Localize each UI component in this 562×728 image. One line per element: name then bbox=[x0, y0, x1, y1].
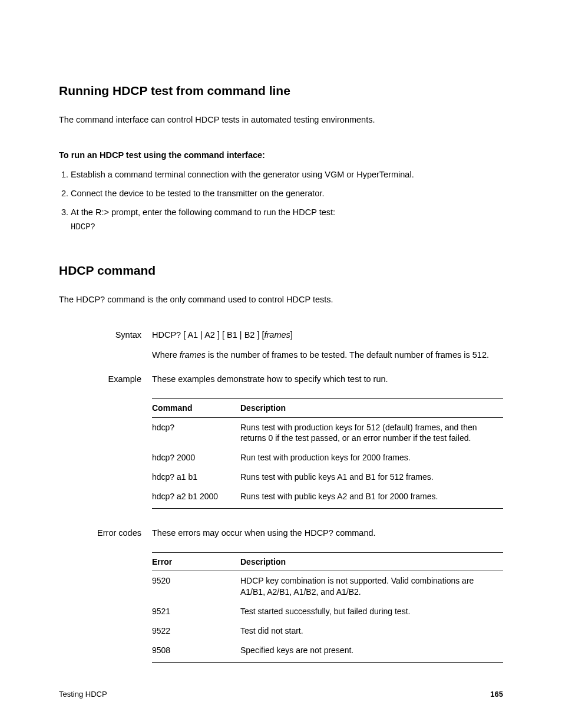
step-2: Connect the device to be tested to the t… bbox=[71, 188, 503, 200]
table-row: hdcp? 2000Run test with production keys … bbox=[152, 448, 503, 467]
cell-code: 9508 bbox=[152, 641, 240, 662]
errors-content: These errors may occur when using the HD… bbox=[152, 528, 503, 668]
step-1: Establish a command terminal connection … bbox=[71, 169, 503, 181]
errors-label: Error codes bbox=[59, 528, 152, 668]
cell-cmd: hdcp? a1 b1 bbox=[152, 467, 240, 487]
th-description: Description bbox=[240, 398, 503, 417]
errors-entry: Error codes These errors may occur when … bbox=[59, 528, 503, 668]
cell-cmd: hdcp? a2 b1 2000 bbox=[152, 487, 240, 508]
section-title: Running HDCP test from command line bbox=[59, 83, 503, 99]
step-3: At the R:> prompt, enter the following c… bbox=[71, 207, 503, 233]
footer-page-number: 165 bbox=[490, 689, 503, 700]
example-entry: Example These examples demonstrate how t… bbox=[59, 374, 503, 515]
cell-cmd: hdcp? 2000 bbox=[152, 448, 240, 467]
syntax-label: Syntax bbox=[59, 330, 152, 361]
example-table: Command Description hdcp?Runs test with … bbox=[152, 398, 503, 509]
cell-desc: Run test with production keys for 2000 f… bbox=[240, 448, 503, 467]
procedure-title: To run an HDCP test using the command in… bbox=[59, 150, 503, 162]
example-content: These examples demonstrate how to specif… bbox=[152, 374, 503, 515]
syntax-post: ] bbox=[290, 330, 293, 340]
cell-code: 9520 bbox=[152, 571, 240, 602]
procedure-list: Establish a command terminal connection … bbox=[59, 169, 503, 233]
syntax-line: HDCP? [ A1 | A2 ] [ B1 | B2 ] [frames] bbox=[152, 330, 503, 341]
cell-desc: Runs test with public keys A1 and B1 for… bbox=[240, 467, 503, 487]
section-title: HDCP command bbox=[59, 262, 503, 279]
syntax-where: Where frames is the number of frames to … bbox=[152, 350, 503, 361]
syntax-pre: HDCP? [ A1 | A2 ] [ B1 | B2 ] [ bbox=[152, 330, 264, 340]
step-3-text: At the R:> prompt, enter the following c… bbox=[71, 207, 335, 217]
cell-desc: Specified keys are not present. bbox=[240, 641, 503, 662]
syntax-content: HDCP? [ A1 | A2 ] [ B1 | B2 ] [frames] W… bbox=[152, 330, 503, 361]
example-label: Example bbox=[59, 374, 152, 515]
cell-cmd: hdcp? bbox=[152, 417, 240, 448]
th-command: Command bbox=[152, 398, 240, 417]
errors-intro: These errors may occur when using the HD… bbox=[152, 528, 503, 539]
where-var: frames bbox=[180, 350, 206, 360]
step-3-command: HDCP? bbox=[71, 222, 503, 233]
page-footer: Testing HDCP 165 bbox=[59, 689, 503, 700]
page: Running HDCP test from command line The … bbox=[0, 0, 562, 728]
section-intro: The command interface can control HDCP t… bbox=[59, 114, 503, 126]
cell-desc: Runs test with production keys for 512 (… bbox=[240, 417, 503, 448]
footer-left: Testing HDCP bbox=[59, 690, 107, 699]
section-intro: The HDCP? command is the only command us… bbox=[59, 294, 503, 306]
th-description: Description bbox=[240, 552, 503, 571]
cell-code: 9522 bbox=[152, 621, 240, 641]
syntax-entry: Syntax HDCP? [ A1 | A2 ] [ B1 | B2 ] [fr… bbox=[59, 330, 503, 361]
section-running-hdcp: Running HDCP test from command line The … bbox=[59, 83, 503, 233]
th-error: Error bbox=[152, 552, 240, 571]
cell-desc: Test started successfully, but failed du… bbox=[240, 602, 503, 621]
cell-desc: Runs test with public keys A2 and B1 for… bbox=[240, 487, 503, 508]
cell-desc: HDCP key combination is not supported. V… bbox=[240, 571, 503, 602]
where-post: is the number of frames to be tested. Th… bbox=[206, 350, 489, 360]
table-row: 9520HDCP key combination is not supporte… bbox=[152, 571, 503, 602]
cell-code: 9521 bbox=[152, 602, 240, 621]
cell-desc: Test did not start. bbox=[240, 621, 503, 641]
table-row: 9521Test started successfully, but faile… bbox=[152, 602, 503, 621]
table-row: hdcp? a1 b1Runs test with public keys A1… bbox=[152, 467, 503, 487]
table-row: 9508Specified keys are not present. bbox=[152, 641, 503, 662]
table-row: hdcp? a2 b1 2000Runs test with public ke… bbox=[152, 487, 503, 508]
table-row: hdcp?Runs test with production keys for … bbox=[152, 417, 503, 448]
syntax-var: frames bbox=[264, 330, 290, 340]
errors-table: Error Description 9520HDCP key combinati… bbox=[152, 552, 503, 663]
section-hdcp-command: HDCP command The HDCP? command is the on… bbox=[59, 262, 503, 668]
table-row: 9522Test did not start. bbox=[152, 621, 503, 641]
where-pre: Where bbox=[152, 350, 180, 360]
example-intro: These examples demonstrate how to specif… bbox=[152, 374, 503, 386]
